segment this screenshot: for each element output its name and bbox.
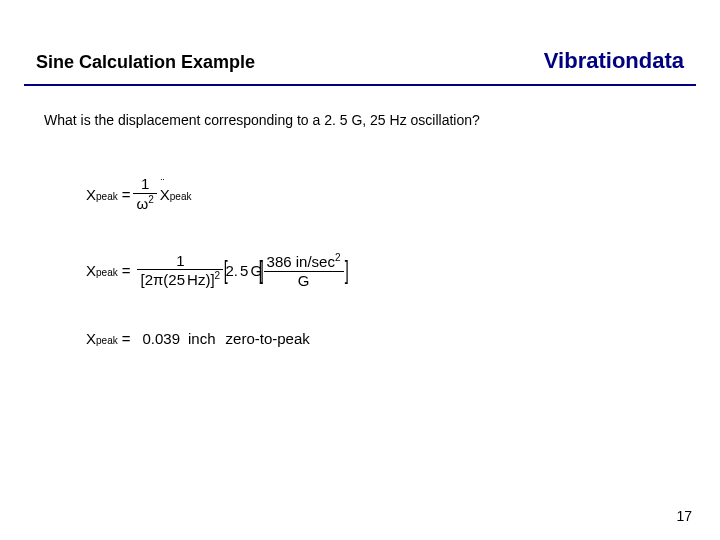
omega-symbol: ω [136, 195, 148, 212]
equation-1: X peak = 1 ω2 ¨ X peak [86, 176, 195, 213]
equals-sign-2: = [122, 262, 131, 279]
result-value: 0.039 [142, 330, 180, 347]
page-number: 17 [676, 508, 692, 524]
left-bracket-icon: [ [224, 255, 228, 286]
x-peak-lhs-3: X peak [86, 330, 118, 347]
brand-title: Vibrationdata [544, 48, 684, 74]
frac2-den-exp: 2 [215, 270, 221, 281]
fraction-1-over-omega2: 1 ω2 [133, 176, 156, 213]
frac2-den-base: [2π(25 Hz)] [140, 271, 214, 288]
omega-exp: 2 [148, 194, 154, 205]
result-unit: inch [188, 330, 216, 347]
equation-3: X peak = 0.039 inch zero-to-peak [86, 330, 310, 347]
x-symbol: X [86, 186, 96, 203]
unit-num: 386 in/sec2 [264, 252, 344, 272]
unit-num-exp: 2 [335, 252, 341, 263]
equals-sign: = [122, 186, 131, 203]
x-peak-lhs: X peak [86, 186, 118, 203]
x-peak-lhs-2: X peak [86, 262, 118, 279]
unit-num-val: 386 [267, 253, 292, 270]
slide-title: Sine Calculation Example [36, 52, 255, 73]
x-symbol-2: X [86, 262, 96, 279]
ddot-icon: ¨ [161, 177, 164, 189]
frac2-den: [2π(25 Hz)]2 [137, 270, 223, 289]
peak-subscript-3: peak [96, 335, 118, 346]
frac-num: 1 [133, 176, 156, 194]
equals-sign-3: = [122, 330, 131, 347]
result-qualifier: zero-to-peak [226, 330, 310, 347]
peak-subscript-rhs: peak [170, 191, 192, 202]
peak-subscript: peak [96, 191, 118, 202]
question-text: What is the displacement corresponding t… [44, 112, 480, 128]
unit-den: G [264, 272, 344, 290]
frac-den: ω2 [133, 194, 156, 213]
unit-num-unit: in/sec [296, 253, 335, 270]
left-bracket-icon-2: [ [259, 255, 263, 286]
right-bracket-icon-2: ] [344, 255, 348, 286]
header-rule [24, 84, 696, 86]
x-symbol-3: X [86, 330, 96, 347]
accel-g-value: 2. 5 G [225, 262, 262, 279]
frac2-num: 1 [137, 253, 223, 271]
x-ddot-peak: ¨ X peak [160, 186, 192, 203]
equation-2: X peak = 1 [2π(25 Hz)]2 [ 2. 5 G ] [ 386… [86, 252, 346, 290]
slide-header: Sine Calculation Example Vibrationdata [36, 48, 684, 74]
slide: Sine Calculation Example Vibrationdata W… [0, 0, 720, 540]
fraction-1-over-2pi25hz2: 1 [2π(25 Hz)]2 [137, 253, 223, 290]
peak-subscript-2: peak [96, 267, 118, 278]
fraction-unit-conversion: 386 in/sec2 G [264, 252, 344, 290]
